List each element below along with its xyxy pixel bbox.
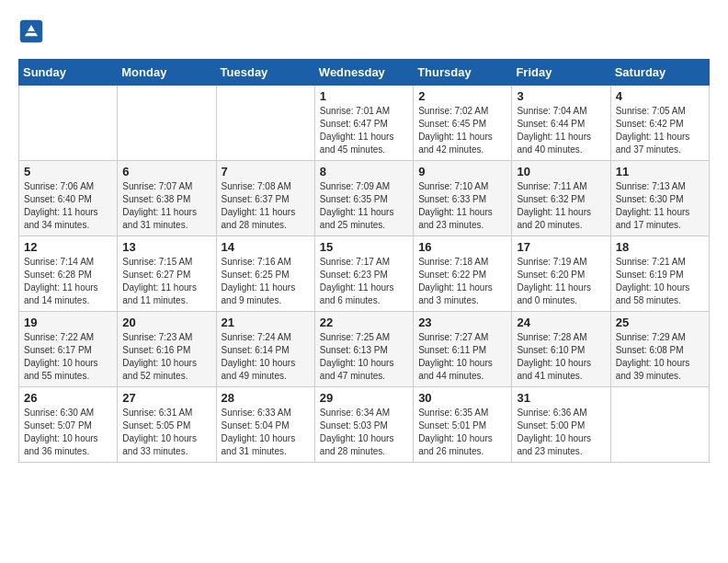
calendar-week-row: 26Sunrise: 6:30 AM Sunset: 5:07 PM Dayli… bbox=[19, 387, 710, 463]
day-info: Sunrise: 7:28 AM Sunset: 6:10 PM Dayligh… bbox=[517, 331, 605, 383]
day-number: 7 bbox=[222, 165, 310, 178]
page-header bbox=[18, 18, 710, 44]
day-info: Sunrise: 7:06 AM Sunset: 6:40 PM Dayligh… bbox=[24, 180, 112, 232]
weekday-header: Saturday bbox=[610, 60, 709, 86]
weekday-header: Thursday bbox=[414, 60, 512, 86]
calendar-cell: 13Sunrise: 7:15 AM Sunset: 6:27 PM Dayli… bbox=[118, 236, 216, 312]
day-number: 18 bbox=[616, 240, 704, 254]
calendar-cell: 15Sunrise: 7:17 AM Sunset: 6:23 PM Dayli… bbox=[314, 236, 413, 312]
day-number: 15 bbox=[320, 240, 408, 254]
calendar-cell: 19Sunrise: 7:22 AM Sunset: 6:17 PM Dayli… bbox=[19, 312, 118, 387]
day-info: Sunrise: 7:25 AM Sunset: 6:13 PM Dayligh… bbox=[320, 331, 408, 383]
day-info: Sunrise: 6:31 AM Sunset: 5:05 PM Dayligh… bbox=[122, 407, 210, 458]
day-info: Sunrise: 6:35 AM Sunset: 5:01 PM Dayligh… bbox=[418, 407, 506, 458]
calendar-cell: 21Sunrise: 7:24 AM Sunset: 6:14 PM Dayli… bbox=[216, 312, 314, 387]
day-number: 3 bbox=[517, 89, 605, 103]
day-info: Sunrise: 7:22 AM Sunset: 6:17 PM Dayligh… bbox=[24, 331, 112, 383]
calendar-cell: 29Sunrise: 6:34 AM Sunset: 5:03 PM Dayli… bbox=[314, 387, 413, 463]
calendar-cell: 17Sunrise: 7:19 AM Sunset: 6:20 PM Dayli… bbox=[512, 236, 610, 312]
day-info: Sunrise: 7:05 AM Sunset: 6:42 PM Dayligh… bbox=[616, 105, 704, 156]
day-info: Sunrise: 7:13 AM Sunset: 6:30 PM Dayligh… bbox=[616, 180, 704, 232]
weekday-header: Monday bbox=[118, 60, 216, 86]
day-number: 10 bbox=[517, 165, 605, 178]
calendar-cell: 31Sunrise: 6:36 AM Sunset: 5:00 PM Dayli… bbox=[512, 387, 610, 463]
day-number: 2 bbox=[418, 89, 506, 103]
day-number: 24 bbox=[517, 316, 605, 329]
day-info: Sunrise: 7:29 AM Sunset: 6:08 PM Dayligh… bbox=[616, 331, 704, 383]
calendar-cell: 28Sunrise: 6:33 AM Sunset: 5:04 PM Dayli… bbox=[216, 387, 314, 463]
day-number: 13 bbox=[122, 240, 210, 254]
day-number: 4 bbox=[616, 89, 704, 103]
logo bbox=[18, 18, 48, 44]
calendar-cell: 24Sunrise: 7:28 AM Sunset: 6:10 PM Dayli… bbox=[512, 312, 610, 387]
calendar-cell bbox=[610, 387, 709, 463]
day-number: 19 bbox=[24, 316, 112, 329]
day-number: 20 bbox=[122, 316, 210, 329]
day-number: 30 bbox=[418, 391, 506, 405]
calendar-cell: 1Sunrise: 7:01 AM Sunset: 6:47 PM Daylig… bbox=[314, 86, 413, 161]
day-number: 5 bbox=[24, 165, 112, 178]
day-info: Sunrise: 6:33 AM Sunset: 5:04 PM Dayligh… bbox=[222, 407, 310, 458]
calendar-cell bbox=[118, 86, 216, 161]
day-info: Sunrise: 6:34 AM Sunset: 5:03 PM Dayligh… bbox=[320, 407, 408, 458]
day-info: Sunrise: 7:14 AM Sunset: 6:28 PM Dayligh… bbox=[24, 256, 112, 307]
day-info: Sunrise: 6:30 AM Sunset: 5:07 PM Dayligh… bbox=[24, 407, 112, 458]
day-number: 28 bbox=[222, 391, 310, 405]
calendar-cell: 4Sunrise: 7:05 AM Sunset: 6:42 PM Daylig… bbox=[610, 86, 709, 161]
calendar-cell: 3Sunrise: 7:04 AM Sunset: 6:44 PM Daylig… bbox=[512, 86, 610, 161]
day-info: Sunrise: 7:09 AM Sunset: 6:35 PM Dayligh… bbox=[320, 180, 408, 232]
day-info: Sunrise: 7:08 AM Sunset: 6:37 PM Dayligh… bbox=[222, 180, 310, 232]
calendar-week-row: 1Sunrise: 7:01 AM Sunset: 6:47 PM Daylig… bbox=[19, 86, 710, 161]
day-number: 25 bbox=[616, 316, 704, 329]
calendar-cell: 8Sunrise: 7:09 AM Sunset: 6:35 PM Daylig… bbox=[314, 161, 413, 236]
calendar-cell bbox=[19, 86, 118, 161]
calendar-week-row: 12Sunrise: 7:14 AM Sunset: 6:28 PM Dayli… bbox=[19, 236, 710, 312]
calendar-cell: 6Sunrise: 7:07 AM Sunset: 6:38 PM Daylig… bbox=[118, 161, 216, 236]
calendar-cell: 14Sunrise: 7:16 AM Sunset: 6:25 PM Dayli… bbox=[216, 236, 314, 312]
weekday-header: Tuesday bbox=[216, 60, 314, 86]
calendar-header-row: SundayMondayTuesdayWednesdayThursdayFrid… bbox=[19, 60, 710, 86]
day-number: 14 bbox=[222, 240, 310, 254]
calendar-week-row: 19Sunrise: 7:22 AM Sunset: 6:17 PM Dayli… bbox=[19, 312, 710, 387]
calendar-cell: 12Sunrise: 7:14 AM Sunset: 6:28 PM Dayli… bbox=[19, 236, 118, 312]
weekday-header: Friday bbox=[512, 60, 610, 86]
calendar-cell: 22Sunrise: 7:25 AM Sunset: 6:13 PM Dayli… bbox=[314, 312, 413, 387]
day-number: 12 bbox=[24, 240, 112, 254]
calendar-table: SundayMondayTuesdayWednesdayThursdayFrid… bbox=[18, 59, 710, 463]
day-number: 27 bbox=[122, 391, 210, 405]
weekday-header: Wednesday bbox=[314, 60, 413, 86]
calendar-cell: 7Sunrise: 7:08 AM Sunset: 6:37 PM Daylig… bbox=[216, 161, 314, 236]
day-info: Sunrise: 7:27 AM Sunset: 6:11 PM Dayligh… bbox=[418, 331, 506, 383]
day-info: Sunrise: 7:11 AM Sunset: 6:32 PM Dayligh… bbox=[517, 180, 605, 232]
day-info: Sunrise: 7:07 AM Sunset: 6:38 PM Dayligh… bbox=[122, 180, 210, 232]
day-info: Sunrise: 7:17 AM Sunset: 6:23 PM Dayligh… bbox=[320, 256, 408, 307]
day-info: Sunrise: 7:24 AM Sunset: 6:14 PM Dayligh… bbox=[222, 331, 310, 383]
day-number: 22 bbox=[320, 316, 408, 329]
day-info: Sunrise: 7:23 AM Sunset: 6:16 PM Dayligh… bbox=[122, 331, 210, 383]
calendar-cell: 11Sunrise: 7:13 AM Sunset: 6:30 PM Dayli… bbox=[610, 161, 709, 236]
calendar-cell bbox=[216, 86, 314, 161]
day-number: 21 bbox=[222, 316, 310, 329]
day-info: Sunrise: 7:19 AM Sunset: 6:20 PM Dayligh… bbox=[517, 256, 605, 307]
calendar-cell: 26Sunrise: 6:30 AM Sunset: 5:07 PM Dayli… bbox=[19, 387, 118, 463]
day-number: 8 bbox=[320, 165, 408, 178]
day-info: Sunrise: 7:10 AM Sunset: 6:33 PM Dayligh… bbox=[418, 180, 506, 232]
calendar-cell: 9Sunrise: 7:10 AM Sunset: 6:33 PM Daylig… bbox=[414, 161, 512, 236]
day-info: Sunrise: 6:36 AM Sunset: 5:00 PM Dayligh… bbox=[517, 407, 605, 458]
calendar-cell: 5Sunrise: 7:06 AM Sunset: 6:40 PM Daylig… bbox=[19, 161, 118, 236]
calendar-cell: 16Sunrise: 7:18 AM Sunset: 6:22 PM Dayli… bbox=[414, 236, 512, 312]
day-info: Sunrise: 7:18 AM Sunset: 6:22 PM Dayligh… bbox=[418, 256, 506, 307]
calendar-cell: 27Sunrise: 6:31 AM Sunset: 5:05 PM Dayli… bbox=[118, 387, 216, 463]
day-number: 23 bbox=[418, 316, 506, 329]
day-info: Sunrise: 7:21 AM Sunset: 6:19 PM Dayligh… bbox=[616, 256, 704, 307]
day-number: 31 bbox=[517, 391, 605, 405]
day-info: Sunrise: 7:04 AM Sunset: 6:44 PM Dayligh… bbox=[517, 105, 605, 156]
day-info: Sunrise: 7:01 AM Sunset: 6:47 PM Dayligh… bbox=[320, 105, 408, 156]
calendar-cell: 25Sunrise: 7:29 AM Sunset: 6:08 PM Dayli… bbox=[610, 312, 709, 387]
day-number: 6 bbox=[122, 165, 210, 178]
calendar-cell: 23Sunrise: 7:27 AM Sunset: 6:11 PM Dayli… bbox=[414, 312, 512, 387]
weekday-header: Sunday bbox=[19, 60, 118, 86]
calendar-week-row: 5Sunrise: 7:06 AM Sunset: 6:40 PM Daylig… bbox=[19, 161, 710, 236]
svg-rect-2 bbox=[27, 31, 37, 33]
day-info: Sunrise: 7:02 AM Sunset: 6:45 PM Dayligh… bbox=[418, 105, 506, 156]
